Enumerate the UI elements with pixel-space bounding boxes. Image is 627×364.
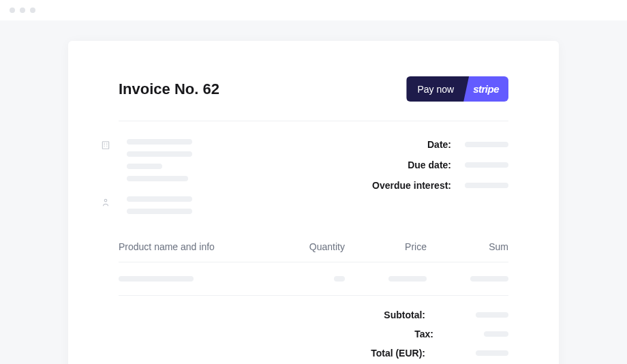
pay-now-label: Pay now <box>406 76 469 102</box>
customer-placeholder <box>127 196 192 214</box>
meta-date-label: Date: <box>427 139 451 150</box>
company-placeholder <box>127 139 192 181</box>
tax-label: Tax: <box>414 329 433 339</box>
invoice-info: Date: Due date: Overdue interest: <box>119 139 508 214</box>
totals-block: Subtotal: Tax: Total (EUR): <box>119 305 508 363</box>
pay-now-button[interactable]: Pay now stripe <box>406 76 508 102</box>
meta-overdue-value <box>465 183 508 188</box>
subtotal-label: Subtotal: <box>384 309 425 320</box>
col-header-sum: Sum <box>427 241 508 252</box>
window-dot <box>30 7 35 13</box>
person-icon <box>101 198 110 207</box>
browser-chrome <box>0 0 627 20</box>
line-item-row <box>119 262 508 296</box>
line-item-name-placeholder <box>119 276 194 282</box>
total-value <box>476 350 508 356</box>
col-header-name: Product name and info <box>119 241 284 252</box>
line-item-qty-placeholder <box>334 276 345 282</box>
subtotal-value <box>476 312 508 318</box>
col-header-qty: Quantity <box>284 241 345 252</box>
stripe-logo: stripe <box>463 76 508 102</box>
building-icon <box>101 140 110 150</box>
window-dot <box>20 7 25 13</box>
total-label: Total (EUR): <box>371 348 425 359</box>
line-item-sum-placeholder <box>470 276 508 282</box>
sender-recipient-block <box>119 139 192 214</box>
invoice-header: Invoice No. 62 Pay now stripe <box>119 76 508 102</box>
svg-point-7 <box>104 199 107 202</box>
line-items-header: Product name and info Quantity Price Sum <box>119 241 508 262</box>
tax-value <box>484 331 508 337</box>
window-dot <box>10 7 15 13</box>
invoice-title: Invoice No. 62 <box>119 80 219 98</box>
invoice-card: Invoice No. 62 Pay now stripe <box>68 41 559 364</box>
meta-due-date-value <box>465 162 508 168</box>
meta-due-date-label: Due date: <box>408 160 451 170</box>
col-header-price: Price <box>345 241 427 252</box>
svg-rect-0 <box>102 142 108 149</box>
line-item-price-placeholder <box>388 276 427 282</box>
divider <box>119 121 508 121</box>
meta-date-value <box>465 142 508 147</box>
invoice-meta: Date: Due date: Overdue interest: <box>372 139 508 214</box>
meta-overdue-label: Overdue interest: <box>372 180 451 191</box>
